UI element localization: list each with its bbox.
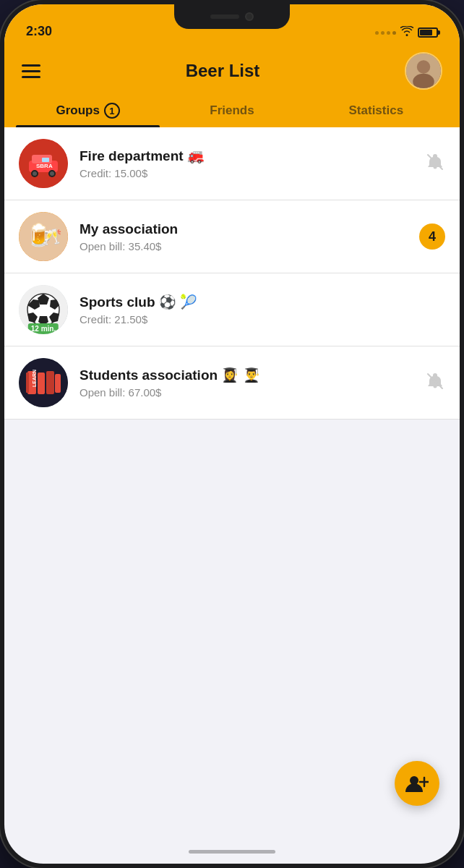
group-name-assoc: My association: [80, 221, 411, 237]
avatar-image: [406, 54, 441, 88]
list-item[interactable]: 12 min. Sports club ⚽ 🎾 Credit: 21.50$: [4, 273, 460, 346]
svg-point-1: [417, 60, 430, 73]
group-name-students: Students association 👩‍🎓 👨‍🎓: [80, 367, 416, 383]
notification-badge: 4: [419, 224, 445, 250]
content-area: SBRA Fire department 🚒 Credit: 15.00$: [4, 127, 460, 420]
svg-point-2: [413, 74, 434, 90]
screen: 2:30: [4, 4, 460, 864]
notch: [174, 4, 290, 29]
tab-friends-label: Friends: [210, 103, 254, 118]
svg-rect-29: [55, 374, 61, 393]
group-info-sports: Sports club ⚽ 🎾 Credit: 21.50$: [80, 294, 437, 326]
group-sub-fire: Credit: 15.00$: [80, 167, 416, 179]
svg-rect-28: [46, 371, 54, 394]
tab-friends[interactable]: Friends: [160, 95, 304, 127]
group-action-fire[interactable]: [425, 152, 445, 175]
group-info-fire: Fire department 🚒 Credit: 15.00$: [80, 148, 416, 179]
group-name-sports: Sports club ⚽ 🎾: [80, 294, 437, 310]
header-title: Beer List: [186, 61, 260, 81]
bell-muted-icon: [425, 152, 445, 172]
camera: [245, 12, 254, 21]
group-avatar-assoc: 🍺 🥂: [19, 212, 68, 261]
wifi-icon: [400, 26, 413, 39]
group-action-assoc[interactable]: 4: [419, 224, 445, 250]
add-group-fab[interactable]: [395, 761, 439, 806]
group-name-fire: Fire department 🚒: [80, 148, 416, 164]
tab-statistics[interactable]: Statistics: [304, 95, 448, 127]
user-avatar[interactable]: [405, 52, 442, 90]
menu-button[interactable]: [22, 64, 40, 78]
phone-frame: 2:30: [0, 0, 464, 868]
group-info-students: Students association 👩‍🎓 👨‍🎓 Open bill: …: [80, 367, 416, 399]
group-sub-assoc: Open bill: 35.40$: [80, 240, 411, 252]
status-icons: [375, 26, 438, 39]
tab-bar: Groups 1 Friends Statistics: [4, 90, 460, 127]
bell-muted-icon-students: [425, 371, 445, 391]
battery-icon: [418, 27, 438, 38]
group-action-students[interactable]: [425, 371, 445, 394]
time-badge: 12 min.: [28, 323, 59, 334]
svg-text:SBRA: SBRA: [36, 163, 53, 169]
group-avatar-sports: 12 min.: [19, 285, 68, 334]
svg-rect-27: [38, 373, 45, 394]
svg-rect-10: [42, 158, 49, 162]
app-header: Beer List: [4, 43, 460, 90]
svg-point-9: [50, 171, 54, 176]
list-item[interactable]: LEARN Students association 👩‍🎓 👨‍🎓 Open …: [4, 346, 460, 420]
svg-rect-26: [26, 373, 29, 393]
group-avatar-fire: SBRA: [19, 139, 68, 188]
group-info-assoc: My association Open bill: 35.40$: [80, 221, 411, 252]
add-person-icon: [405, 773, 429, 793]
tab-groups-badge: 1: [104, 103, 120, 119]
svg-point-7: [33, 171, 37, 176]
list-item[interactable]: SBRA Fire department 🚒 Credit: 15.00$: [4, 127, 460, 200]
group-sub-students: Open bill: 67.00$: [80, 386, 416, 399]
group-avatar-students: LEARN: [19, 358, 68, 407]
list-item[interactable]: 🍺 🥂 My association Open bill: 35.40$ 4: [4, 200, 460, 273]
group-sub-sports: Credit: 21.50$: [80, 313, 437, 326]
tab-statistics-label: Statistics: [349, 103, 404, 118]
tab-groups-label: Groups: [56, 103, 99, 118]
tab-groups[interactable]: Groups 1: [16, 95, 160, 127]
status-time: 2:30: [26, 24, 52, 39]
home-indicator: [189, 850, 275, 854]
signal-dots: [375, 31, 396, 35]
svg-text:LEARN: LEARN: [32, 370, 37, 387]
speaker: [210, 14, 239, 19]
svg-text:🥂: 🥂: [42, 227, 62, 247]
